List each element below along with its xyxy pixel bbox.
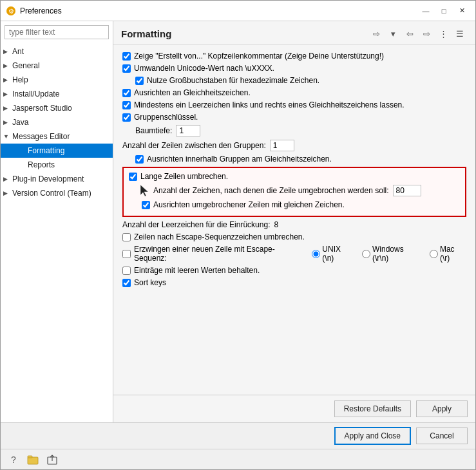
chk2-text: Umwandeln Unicode-Wert nach \uXXXX. xyxy=(134,64,274,73)
chk3-input[interactable] xyxy=(135,77,144,85)
pref-row-erzwingen: Erzwingen einer neuen Zeile mit Escape-S… xyxy=(122,245,466,263)
minimize-button[interactable]: — xyxy=(417,5,434,17)
restore-defaults-button[interactable]: Restore Defaults xyxy=(334,400,411,417)
content-area: ▶ Ant ▶ General ▶ Help ▶ Install/Update … xyxy=(1,21,475,422)
action-bar: Apply and Close Cancel xyxy=(1,422,475,449)
leerzeichen-label: Anzahl der Leerzeichen für die Einrückun… xyxy=(122,220,270,229)
expand-icon: ▶ xyxy=(3,74,12,86)
escape-zeilen-input[interactable] xyxy=(122,233,131,241)
chk6-label[interactable]: Gruppenschlüssel. xyxy=(122,113,198,122)
baumtiefe-row: Baumtiefe: xyxy=(122,125,466,136)
sort-keys-label[interactable]: Sort keys xyxy=(122,278,166,287)
main-panel: Formatting ⇨ ▾ ⇦ ⇨ ⋮ ☰ Zeige "Erstellt v… xyxy=(113,21,475,422)
chk6-text: Gruppenschlüssel. xyxy=(134,113,198,122)
chk6-input[interactable] xyxy=(122,113,131,122)
sidebar-item-ant[interactable]: ▶ Ant xyxy=(1,44,113,59)
anzahl-zeichen-label: Anzahl der Zeichen, nach denen die Zeile… xyxy=(153,186,389,195)
chk4-label[interactable]: Ausrichten an Gleichheitszeichen. xyxy=(122,88,251,97)
ausrichten-gruppen-label[interactable]: Ausrichten innerhalb Gruppen am Gleichhe… xyxy=(135,155,332,164)
chk4-input[interactable] xyxy=(122,89,131,97)
expand-icon: ▶ xyxy=(3,117,12,128)
lange-zeilen-input[interactable] xyxy=(129,173,137,181)
sidebar-item-label: Install/Update xyxy=(12,88,59,100)
anzahl-zeichen-input[interactable] xyxy=(393,185,421,196)
radio-unix-label[interactable]: UNIX (\n) xyxy=(312,245,354,263)
panel-header: Formatting ⇨ ▾ ⇦ ⇨ ⋮ ☰ xyxy=(113,21,475,45)
maximize-button[interactable]: □ xyxy=(435,5,452,17)
sidebar-item-install-update[interactable]: ▶ Install/Update xyxy=(1,87,113,101)
anzahl-gruppen-input[interactable] xyxy=(270,140,294,151)
sidebar-item-java[interactable]: ▶ Java xyxy=(1,115,113,129)
chk5-input[interactable] xyxy=(122,101,131,109)
ausrichten-gruppen-input[interactable] xyxy=(135,155,144,164)
sidebar-item-label: Ant xyxy=(12,46,24,57)
sidebar-item-reports[interactable]: Reports xyxy=(1,158,113,172)
pref-row-ausrichten-gruppen: Ausrichten innerhalb Gruppen am Gleichhe… xyxy=(122,155,466,164)
pref-row-chk5: Mindestens ein Leerzeichen links und rec… xyxy=(122,100,466,109)
tree: ▶ Ant ▶ General ▶ Help ▶ Install/Update … xyxy=(1,43,113,422)
erzwingen-label[interactable]: Erzwingen einer neuen Zeile mit Escape-S… xyxy=(122,245,307,263)
filter-input[interactable] xyxy=(5,25,109,39)
svg-rect-4 xyxy=(28,456,32,458)
radio-mac[interactable] xyxy=(430,250,438,258)
sort-keys-text: Sort keys xyxy=(134,278,166,287)
window-title: Preferences xyxy=(20,6,417,15)
apply-and-close-button[interactable]: Apply and Close xyxy=(334,427,411,445)
ausrichten-umgebrochen-label[interactable]: Ausrichten umgebrochener Zeilen mit glei… xyxy=(142,200,345,209)
pref-row-chk4: Ausrichten an Gleichheitszeichen. xyxy=(122,88,466,97)
sort-keys-input[interactable] xyxy=(122,279,131,287)
leere-werte-input[interactable] xyxy=(122,267,131,275)
cancel-button[interactable]: Cancel xyxy=(416,428,468,444)
ausrichten-umgebrochen-input[interactable] xyxy=(142,201,150,209)
sidebar-item-label: General xyxy=(12,60,40,71)
sidebar-item-general[interactable]: ▶ General xyxy=(1,59,113,73)
ausrichten-gruppen-text: Ausrichten innerhalb Gruppen am Gleichhe… xyxy=(147,155,332,164)
escape-zeilen-label[interactable]: Zeilen nach Escape-Sequenzzeichen umbrec… xyxy=(122,232,305,241)
forward-button[interactable]: ⇨ xyxy=(419,26,434,41)
baumtiefe-input[interactable] xyxy=(176,125,200,136)
pref-row-sort-keys: Sort keys xyxy=(122,278,466,287)
expand-icon: ▶ xyxy=(3,46,12,57)
pref-row-chk1: Zeige "Erstellt von..." Kopfzeilenkommen… xyxy=(122,52,466,61)
close-button[interactable]: ✕ xyxy=(453,5,470,17)
sidebar-item-formatting[interactable]: Formatting xyxy=(1,144,113,158)
export-icon[interactable] xyxy=(46,453,59,466)
chk2-label[interactable]: Umwandeln Unicode-Wert nach \uXXXX. xyxy=(122,64,274,73)
folder-icon[interactable] xyxy=(26,453,39,466)
window-icon: ⚙ xyxy=(6,6,16,16)
radio-mac-label[interactable]: Mac (\r) xyxy=(430,245,466,263)
back-button[interactable]: ⇨ xyxy=(368,26,384,41)
leerzeichen-value: 8 xyxy=(274,220,278,229)
sidebar-item-plugin-development[interactable]: ▶ Plug-in Development xyxy=(1,172,113,186)
sidebar-item-label: Help xyxy=(12,74,28,86)
chk5-label[interactable]: Mindestens ein Leerzeichen links und rec… xyxy=(122,100,405,109)
sidebar-item-version-control[interactable]: ▶ Version Control (Team) xyxy=(1,186,113,200)
chk3-label[interactable]: Nutze Großbuchstaben für hexadezimale Ze… xyxy=(135,76,319,85)
sidebar-item-jaspersoft-studio[interactable]: ▶ Jaspersoft Studio xyxy=(1,101,113,115)
sidebar-item-label: Formatting xyxy=(28,145,64,156)
chk5-text: Mindestens ein Leerzeichen links und rec… xyxy=(134,100,405,109)
chk3-text: Nutze Großbuchstaben für hexadezimale Ze… xyxy=(147,76,319,85)
sidebar: ▶ Ant ▶ General ▶ Help ▶ Install/Update … xyxy=(1,21,113,422)
sidebar-item-messages-editor[interactable]: ▼ Messages Editor xyxy=(1,129,113,144)
settings-button[interactable]: ☰ xyxy=(452,26,468,41)
erzwingen-input[interactable] xyxy=(122,250,131,258)
more-button[interactable]: ⋮ xyxy=(435,26,451,41)
radio-unix[interactable] xyxy=(312,250,320,258)
help-icon[interactable]: ? xyxy=(7,453,20,466)
lange-zeilen-label[interactable]: Lange Zeilen umbrechen. xyxy=(129,172,228,181)
apply-button[interactable]: Apply xyxy=(416,400,468,417)
chk1-label[interactable]: Zeige "Erstellt von..." Kopfzeilenkommen… xyxy=(122,52,384,61)
forward-back-button[interactable]: ⇦ xyxy=(402,26,417,41)
pref-row-chk3: Nutze Großbuchstaben für hexadezimale Ze… xyxy=(122,76,466,85)
pref-row-chk2: Umwandeln Unicode-Wert nach \uXXXX. xyxy=(122,64,466,73)
chk2-input[interactable] xyxy=(122,64,131,73)
sidebar-item-help[interactable]: ▶ Help xyxy=(1,73,113,87)
anzahl-zeichen-row: Anzahl der Zeichen, nach denen die Zeile… xyxy=(129,183,460,198)
highlight-section: Lange Zeilen umbrechen. Anzahl der Zeich… xyxy=(122,167,466,217)
radio-windows-label[interactable]: Windows (\r\n) xyxy=(362,245,422,263)
leere-werte-label[interactable]: Einträge mit leeren Werten behalten. xyxy=(122,266,260,275)
chk1-input[interactable] xyxy=(122,52,131,61)
radio-windows[interactable] xyxy=(362,250,370,258)
dropdown-button[interactable]: ▾ xyxy=(385,26,401,41)
